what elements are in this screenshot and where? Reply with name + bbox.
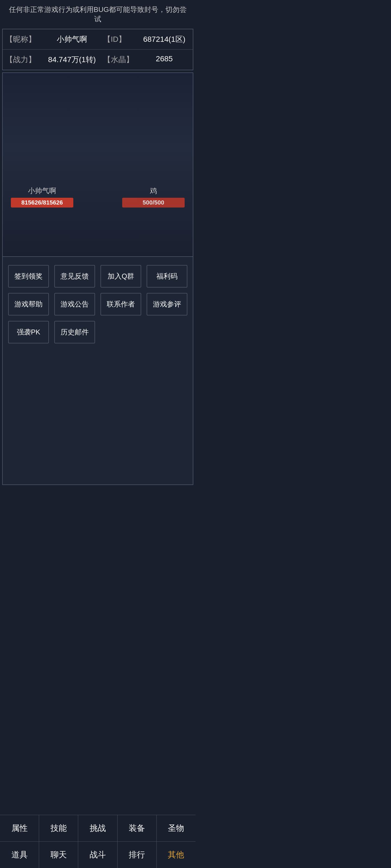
buttons-row2: 游戏帮助 游戏公告 联系作者 游戏参评 xyxy=(8,293,187,315)
enemy-name: 鸡 xyxy=(150,186,157,195)
btn-feedback[interactable]: 意见反馈 xyxy=(54,265,95,287)
spacer xyxy=(8,343,187,479)
btn-contact[interactable]: 联系作者 xyxy=(101,293,141,315)
nickname-value: 小帅气啊 xyxy=(46,34,98,44)
enemy-hp-value: 500/500 xyxy=(122,198,185,208)
player-info-card: 【昵称】 小帅气啊 【ID】 687214(1区) 【战力】 84.747万(1… xyxy=(2,29,193,70)
btn-welfare[interactable]: 福利码 xyxy=(147,265,187,287)
power-value: 84.747万(1转) xyxy=(46,55,98,65)
btn-pk[interactable]: 强袭PK xyxy=(8,321,49,343)
buttons-row3: 强袭PK 历史邮件 xyxy=(8,321,187,343)
btn-help[interactable]: 游戏帮助 xyxy=(8,293,49,315)
crystal-value: 2685 xyxy=(138,55,190,65)
warning-bar: 任何非正常游戏行为或利用BUG都可能导致封号，切勿尝试 xyxy=(0,0,196,29)
id-value: 687214(1区) xyxy=(138,34,190,44)
btn-signin[interactable]: 签到领奖 xyxy=(8,265,49,287)
enemy-block: 鸡 500/500 xyxy=(122,186,185,208)
battle-arena: 小帅气啊 815626/815626 鸡 500/500 xyxy=(2,72,193,257)
player-hp-value: 815626/815626 xyxy=(11,198,73,208)
crystal-label: 【水晶】 xyxy=(103,55,138,65)
buttons-row1: 签到领奖 意见反馈 加入Q群 福利码 xyxy=(8,265,187,287)
btn-join-q[interactable]: 加入Q群 xyxy=(101,265,141,287)
player-block: 小帅气啊 815626/815626 xyxy=(11,186,73,208)
player-name: 小帅气啊 xyxy=(28,186,56,195)
btn-announcement[interactable]: 游戏公告 xyxy=(54,293,95,315)
power-label: 【战力】 xyxy=(5,55,46,65)
enemy-hp-bar: 500/500 xyxy=(122,198,185,208)
nickname-row: 【昵称】 小帅气啊 【ID】 687214(1区) xyxy=(3,29,193,50)
character-section: 小帅气啊 815626/815626 鸡 500/500 xyxy=(3,186,193,208)
nickname-label: 【昵称】 xyxy=(5,34,46,44)
btn-mail[interactable]: 历史邮件 xyxy=(54,321,95,343)
buttons-section: 签到领奖 意见反馈 加入Q群 福利码 游戏帮助 游戏公告 联系作者 游戏参评 强… xyxy=(2,257,193,485)
id-label: 【ID】 xyxy=(103,34,138,44)
player-hp-bar: 815626/815626 xyxy=(11,198,73,208)
btn-review[interactable]: 游戏参评 xyxy=(147,293,187,315)
power-row: 【战力】 84.747万(1转) 【水晶】 2685 xyxy=(3,50,193,70)
